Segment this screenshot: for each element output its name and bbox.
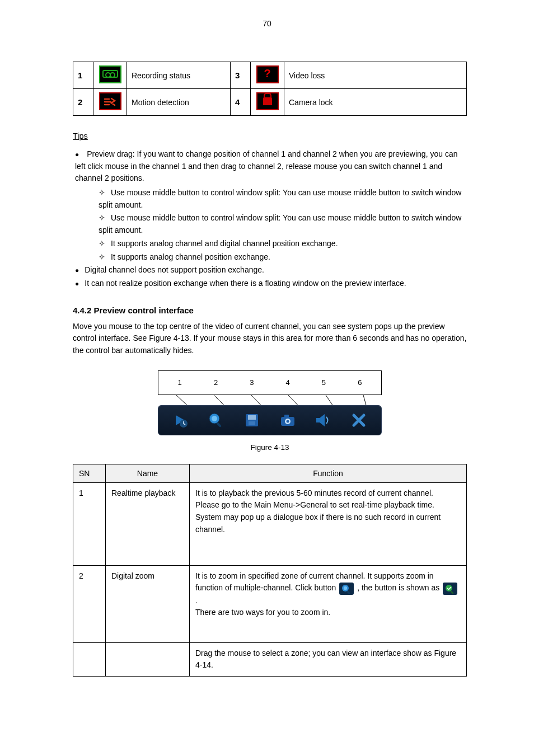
sub-list-item: Use mouse middle button to control windo… — [99, 212, 467, 236]
list-item: Digital channel does not support positio… — [75, 264, 467, 276]
svg-point-17 — [446, 585, 452, 591]
table-row: Drag the mouse to select a zone; you can… — [73, 642, 467, 676]
cell-sn — [73, 642, 106, 676]
realtime-playback-icon[interactable] — [168, 408, 194, 432]
svg-rect-11 — [316, 418, 320, 422]
cell-function: It is to playback the previous 5-60 minu… — [190, 482, 467, 565]
column-header: Function — [190, 464, 467, 482]
svg-rect-6 — [249, 421, 255, 425]
close-icon[interactable] — [346, 408, 372, 432]
cell-number: 1 — [73, 62, 93, 89]
svg-rect-8 — [284, 415, 289, 417]
audio-icon[interactable] — [310, 408, 336, 432]
cell-desc: Camera lock — [284, 89, 467, 116]
snapshot-icon[interactable] — [275, 408, 301, 432]
figure-caption: Figure 4-13 — [73, 443, 467, 452]
section-heading: 4.4.2 Preview control interface — [73, 306, 467, 315]
cell-desc: Motion detection — [127, 89, 231, 116]
list-item: Preview drag: If you want to change posi… — [75, 148, 467, 263]
cell-number: 3 — [231, 62, 251, 89]
cell-name: Realtime playback — [106, 482, 190, 565]
column-header: Name — [106, 464, 190, 482]
sub-list-item: It supports analog channel and digital c… — [99, 238, 467, 250]
recording-status-icon — [93, 62, 127, 89]
camera-lock-icon — [251, 89, 284, 116]
save-icon[interactable] — [239, 408, 265, 432]
cell-function: It is to zoom in specified zone of curre… — [190, 565, 467, 642]
preview-control-function-table: SN Name Function 1 Realtime playback It … — [73, 464, 467, 677]
figure-label-row: 1 2 3 4 5 6 — [158, 370, 382, 395]
figure-label: 3 — [234, 378, 270, 387]
figure-label: 5 — [306, 378, 341, 387]
table-header-row: SN Name Function — [73, 464, 467, 482]
figure-label: 6 — [342, 378, 378, 387]
svg-point-10 — [286, 420, 289, 422]
svg-point-2 — [212, 416, 217, 421]
figure-label: 4 — [270, 378, 306, 387]
svg-point-14 — [344, 586, 347, 589]
cell-number: 2 — [73, 89, 93, 116]
cell-name: Digital zoom — [106, 565, 190, 642]
cell-desc: Recording status — [127, 62, 231, 89]
svg-rect-3 — [217, 422, 222, 428]
video-loss-icon: ? — [251, 62, 284, 89]
column-header: SN — [73, 464, 106, 482]
digital-zoom-icon[interactable] — [203, 408, 229, 432]
list-item: It can not realize position exchange whe… — [75, 278, 467, 290]
tips-heading: Tips — [73, 132, 467, 140]
table-row: 1 Recording status 3 ? Video loss — [73, 62, 467, 89]
sub-list-item: Use mouse middle button to control windo… — [99, 187, 467, 211]
svg-rect-5 — [248, 415, 256, 420]
preview-icon-table: 1 Recording status 3 ? Video loss 2 — [73, 62, 467, 116]
zoom-button-blue-icon — [339, 583, 354, 595]
cell-name — [106, 642, 190, 676]
figure-label: 2 — [198, 378, 233, 387]
sub-list-item: It supports analog channel position exch… — [99, 251, 467, 264]
section-paragraph: Move you mouse to the top centre of the … — [73, 321, 467, 357]
preview-control-toolbar — [158, 405, 382, 435]
zoom-button-green-icon — [443, 583, 457, 595]
cell-number: 4 — [231, 89, 251, 116]
cell-desc: Video loss — [284, 62, 467, 89]
list-item-text: Preview drag: If you want to change posi… — [75, 149, 457, 182]
table-row: 2 Digital zoom It is to zoom in specifie… — [73, 565, 467, 642]
figure-leader-lines — [158, 395, 382, 405]
table-row: 2 Motion detection 4 Camera lock — [73, 89, 467, 116]
figure-label: 1 — [162, 378, 198, 387]
cell-sn: 1 — [73, 482, 106, 565]
page-number: 70 — [263, 19, 271, 28]
cell-function: Drag the mouse to select a zone; you can… — [190, 642, 467, 676]
table-row: 1 Realtime playback It is to playback th… — [73, 482, 467, 565]
figure-4-13: 1 2 3 4 5 6 — [158, 370, 382, 435]
cell-sn: 2 — [73, 565, 106, 642]
motion-detection-icon — [93, 89, 127, 116]
